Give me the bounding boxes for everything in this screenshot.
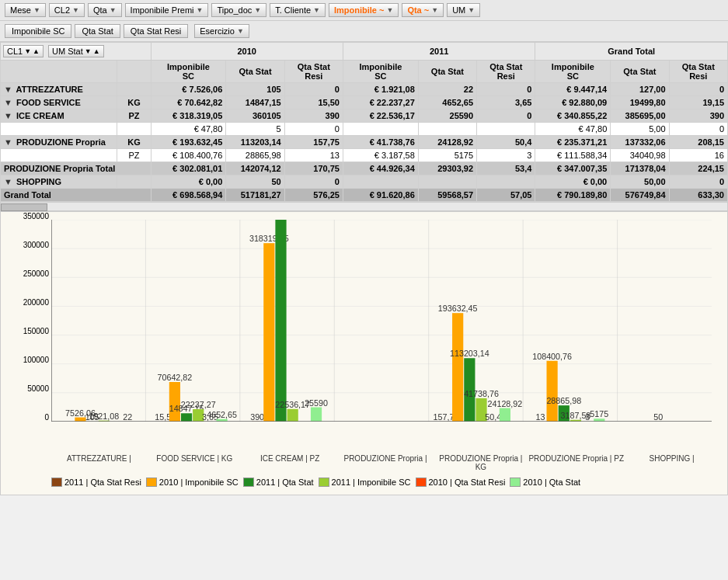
table-row: ▼ ICE CREAM PZ € 318.319,05 360105 390 €… — [1, 109, 728, 123]
expand-icon: ▼ — [4, 177, 12, 186]
chevron-down-icon: ▼ — [85, 47, 92, 55]
filter-imponibile-tilde[interactable]: Imponibile ~ ▼ — [329, 3, 399, 17]
y-label-100k: 100000 — [23, 356, 49, 364]
svg-text:70642,82: 70642,82 — [158, 373, 193, 382]
filter-qta-stat[interactable]: Qta Stat — [75, 24, 120, 38]
svg-rect-38 — [311, 408, 322, 422]
legend-item-3: 2011 | Imponibile SC — [319, 478, 411, 487]
svg-text:108400,76: 108400,76 — [532, 352, 572, 361]
x-label: SHOPPING | — [624, 454, 719, 471]
legend-item-4: 2010 | Qta Stat Resi — [416, 478, 506, 487]
svg-text:13: 13 — [535, 412, 545, 422]
chevron-down-icon: ▼ — [254, 6, 261, 14]
x-label: PRODUZIONE Propria | — [338, 454, 434, 471]
row-label[interactable]: ▼ ICE CREAM — [1, 109, 117, 123]
row-label[interactable]: ▼ SHOPPING — [1, 175, 117, 189]
svg-text:22: 22 — [123, 412, 132, 422]
expand-icon: ▼ — [4, 85, 12, 94]
legend-item-0: 2011 | Qta Stat Resi — [51, 478, 141, 487]
svg-text:50: 50 — [653, 412, 663, 422]
col-qta-resi-2010: Qta StatResi — [284, 61, 343, 83]
table-row: ▼ SHOPPING € 0,00 50 0 € 0,00 50,00 0 — [1, 175, 728, 189]
pivot-table-container: CL1 ▼ ▲ UM Stat ▼ ▲ 2010 2011 Grand Tota… — [0, 42, 728, 202]
col-qta-resi-2011: Qta StatResi — [477, 61, 535, 83]
svg-rect-32 — [263, 243, 274, 422]
col-um — [117, 61, 151, 83]
svg-text:4652,65: 4652,65 — [207, 410, 237, 419]
y-axis: 0 50000 100000 150000 200000 250000 3000… — [9, 220, 51, 422]
svg-text:41738,76: 41738,76 — [464, 389, 499, 398]
chevron-down-icon: ▼ — [431, 6, 438, 14]
chart-container: 7526,061051921,082215,570642,8214847,152… — [0, 211, 728, 495]
filter-bar-2: Imponibile SC Qta Stat Qta Stat Resi Ese… — [0, 21, 728, 42]
legend-item-5: 2010 | Qta Stat — [510, 478, 580, 487]
table-row: Grand Total € 698.568,94 517181,27 576,2… — [1, 189, 728, 202]
svg-text:113203,14: 113203,14 — [450, 349, 489, 358]
y-label-350k: 350000 — [23, 212, 49, 221]
legend-color-1 — [146, 478, 157, 487]
filter-esercizio[interactable]: Esercizio ▼ — [194, 24, 249, 38]
filter-mese[interactable]: Mese ▼ — [5, 3, 46, 17]
col-qta-gt: Qta Stat — [611, 61, 669, 83]
x-label: PRODUZIONE Propria | KG — [433, 454, 528, 471]
svg-text:193632,45: 193632,45 — [438, 304, 478, 313]
svg-rect-21 — [181, 413, 192, 422]
y-label-150k: 150000 — [23, 327, 49, 335]
year-2011-header: 2011 — [343, 43, 535, 61]
bar-chart: 7526,061051921,082215,570642,8214847,152… — [51, 220, 712, 422]
table-row: PZ € 108.400,76 28865,98 13 € 3.187,58 5… — [1, 149, 728, 162]
filter-bar-1: Mese ▼ CL2 ▼ Qta ▼ Imponibile Premi ▼ Ti… — [0, 0, 728, 21]
filter-tipo-doc[interactable]: Tipo_doc ▼ — [211, 3, 266, 17]
filter-cl2[interactable]: CL2 ▼ — [49, 3, 85, 17]
legend-item-1: 2010 | Imponibile SC — [146, 478, 239, 487]
col-imp-sc-2011: ImponibileSC — [343, 61, 418, 83]
svg-text:5175: 5175 — [590, 409, 608, 419]
um-stat-selector[interactable]: UM Stat ▼ ▲ — [48, 45, 104, 57]
filter-qta-stat-resi[interactable]: Qta Stat Resi — [124, 24, 188, 38]
chart-area: 7526,061051921,082215,570642,8214847,152… — [9, 220, 719, 453]
expand-icon: ▼ — [4, 137, 12, 147]
filter-qta-tilde[interactable]: Qta ~ ▼ — [402, 3, 444, 17]
legend-item-2: 2011 | Qta Stat — [243, 478, 314, 487]
table-row: PRODUZIONE Propria Total € 302.081,01 14… — [1, 162, 728, 175]
chart-legend: 2011 | Qta Stat Resi 2010 | Imponibile S… — [9, 478, 719, 487]
y-label-200k: 200000 — [23, 298, 49, 307]
col-cl1 — [1, 61, 117, 83]
svg-text:24128,92: 24128,92 — [488, 398, 523, 408]
col-qta-2010: Qta Stat — [226, 61, 284, 83]
y-label-50k: 50000 — [27, 384, 49, 393]
svg-text:3: 3 — [585, 412, 590, 422]
pivot-table: CL1 ▼ ▲ UM Stat ▼ ▲ 2010 2011 Grand Tota… — [0, 42, 728, 202]
row-label[interactable]: ▼ FOOD SERVICE — [1, 96, 117, 109]
svg-rect-36 — [287, 409, 298, 422]
chevron-down-icon: ▼ — [72, 6, 79, 14]
row-label[interactable]: ▼ ATTREZZATURE — [1, 83, 117, 96]
filter-um[interactable]: UM ▼ — [447, 3, 480, 17]
y-label-250k: 250000 — [23, 269, 49, 278]
svg-text:15,5: 15,5 — [155, 412, 171, 422]
filter-qta[interactable]: Qta ▼ — [88, 3, 122, 17]
svg-rect-52 — [500, 408, 510, 422]
svg-text:50,4: 50,4 — [485, 412, 501, 422]
svg-text:22237,27: 22237,27 — [181, 400, 216, 409]
cl1-selector[interactable]: CL1 ▼ ▲ — [3, 45, 44, 57]
col-qta-2011: Qta Stat — [418, 61, 476, 83]
svg-text:28865,98: 28865,98 — [546, 396, 581, 405]
x-label: PRODUZIONE Propria | PZ — [528, 454, 624, 471]
horizontal-scrollbar[interactable] — [0, 202, 728, 211]
x-label: FOOD SERVICE | KG — [147, 454, 242, 471]
chevron-down-icon: ▼ — [24, 47, 31, 55]
filter-imponibile-premi[interactable]: Imponibile Premi ▼ — [125, 3, 209, 17]
row-label[interactable]: ▼ PRODUZIONE Propria — [1, 136, 117, 149]
svg-text:390: 390 — [250, 412, 264, 422]
svg-text:1921,08: 1921,08 — [89, 411, 119, 420]
expand-icon: ▼ — [4, 111, 12, 120]
x-label: ATTREZZATURE | — [51, 454, 147, 471]
filter-t-cliente[interactable]: T. Cliente ▼ — [270, 3, 326, 17]
filter-imponibile-sc[interactable]: Imponibile SC — [5, 24, 71, 38]
chevron-down-icon: ▼ — [386, 6, 393, 14]
grand-total-label: Grand Total — [1, 189, 152, 202]
table-row: € 47,80 5 0 € 47,80 5,00 0 — [1, 123, 728, 136]
legend-color-0 — [51, 478, 62, 487]
row-label: PRODUZIONE Propria Total — [1, 162, 152, 175]
